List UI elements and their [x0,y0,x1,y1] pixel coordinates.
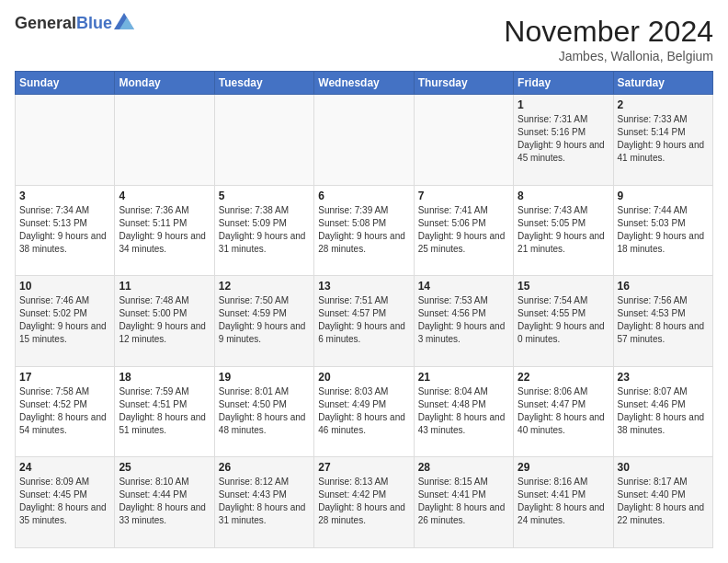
day-number: 20 [318,371,409,384]
calendar-cell: 7Sunrise: 7:41 AM Sunset: 5:06 PM Daylig… [414,185,513,276]
day-info: Sunrise: 7:48 AM Sunset: 5:00 PM Dayligh… [119,294,210,346]
day-info: Sunrise: 8:12 AM Sunset: 4:43 PM Dayligh… [219,476,310,527]
calendar-cell [16,95,115,186]
day-number: 10 [19,280,110,293]
day-info: Sunrise: 8:13 AM Sunset: 4:42 PM Dayligh… [318,476,409,527]
day-info: Sunrise: 8:03 AM Sunset: 4:49 PM Dayligh… [318,385,409,437]
calendar-cell: 6Sunrise: 7:39 AM Sunset: 5:08 PM Daylig… [314,185,414,276]
calendar-week-5: 24Sunrise: 8:09 AM Sunset: 4:45 PM Dayli… [16,457,713,548]
col-tuesday: Tuesday [214,72,313,95]
day-number: 3 [19,190,110,202]
day-number: 9 [618,190,709,202]
calendar-cell [414,95,513,186]
calendar-cell: 10Sunrise: 7:46 AM Sunset: 5:02 PM Dayli… [16,276,115,367]
day-number: 14 [418,280,509,293]
day-number: 16 [618,280,709,293]
day-number: 2 [618,98,709,111]
col-thursday: Thursday [414,72,513,95]
calendar-week-4: 17Sunrise: 7:58 AM Sunset: 4:52 PM Dayli… [16,366,713,457]
day-number: 7 [418,190,509,202]
day-info: Sunrise: 7:46 AM Sunset: 5:02 PM Dayligh… [19,294,110,346]
logo-line1: GeneralBlue [15,15,112,33]
calendar-cell: 13Sunrise: 7:51 AM Sunset: 4:57 PM Dayli… [314,276,414,367]
title-section: November 2024 Jambes, Wallonia, Belgium [504,15,713,63]
day-number: 15 [518,280,609,293]
calendar-cell [115,95,214,186]
calendar-cell: 30Sunrise: 8:17 AM Sunset: 4:40 PM Dayli… [613,457,712,548]
calendar-cell: 23Sunrise: 8:07 AM Sunset: 4:46 PM Dayli… [613,366,712,457]
day-number: 4 [119,190,210,202]
calendar-cell: 14Sunrise: 7:53 AM Sunset: 4:56 PM Dayli… [414,276,513,367]
day-info: Sunrise: 8:04 AM Sunset: 4:48 PM Dayligh… [418,385,509,437]
day-info: Sunrise: 8:06 AM Sunset: 4:47 PM Dayligh… [518,385,609,437]
day-info: Sunrise: 8:16 AM Sunset: 4:41 PM Dayligh… [518,476,609,527]
day-number: 13 [318,280,409,293]
calendar-cell: 2Sunrise: 7:33 AM Sunset: 5:14 PM Daylig… [613,95,712,186]
day-info: Sunrise: 7:56 AM Sunset: 4:53 PM Dayligh… [618,294,709,346]
calendar-cell: 18Sunrise: 7:59 AM Sunset: 4:51 PM Dayli… [115,366,214,457]
day-number: 12 [219,280,310,293]
calendar-table: Sunday Monday Tuesday Wednesday Thursday… [15,71,713,548]
day-info: Sunrise: 8:17 AM Sunset: 4:40 PM Dayligh… [618,476,709,527]
col-monday: Monday [115,72,214,95]
day-number: 19 [219,371,310,384]
calendar-cell: 25Sunrise: 8:10 AM Sunset: 4:44 PM Dayli… [115,457,214,548]
calendar-cell: 22Sunrise: 8:06 AM Sunset: 4:47 PM Dayli… [514,366,613,457]
calendar-cell: 8Sunrise: 7:43 AM Sunset: 5:05 PM Daylig… [514,185,613,276]
day-info: Sunrise: 7:36 AM Sunset: 5:11 PM Dayligh… [119,204,210,256]
day-number: 26 [219,461,310,474]
calendar-header-row: Sunday Monday Tuesday Wednesday Thursday… [16,72,713,95]
col-friday: Friday [514,72,613,95]
calendar-cell: 5Sunrise: 7:38 AM Sunset: 5:09 PM Daylig… [214,185,313,276]
day-number: 29 [518,461,609,474]
day-info: Sunrise: 7:50 AM Sunset: 4:59 PM Dayligh… [219,294,310,346]
day-number: 17 [19,371,110,384]
calendar-cell [214,95,313,186]
calendar-cell: 17Sunrise: 7:58 AM Sunset: 4:52 PM Dayli… [16,366,115,457]
calendar-cell [314,95,414,186]
day-info: Sunrise: 7:44 AM Sunset: 5:03 PM Dayligh… [618,204,709,256]
day-info: Sunrise: 7:38 AM Sunset: 5:09 PM Dayligh… [219,204,310,256]
day-number: 23 [618,371,709,384]
calendar-week-3: 10Sunrise: 7:46 AM Sunset: 5:02 PM Dayli… [16,276,713,367]
logo-icon [114,13,134,33]
calendar-cell: 15Sunrise: 7:54 AM Sunset: 4:55 PM Dayli… [514,276,613,367]
logo: GeneralBlue [15,15,134,33]
day-number: 11 [119,280,210,293]
day-number: 22 [518,371,609,384]
day-info: Sunrise: 7:34 AM Sunset: 5:13 PM Dayligh… [19,204,110,256]
calendar-cell: 11Sunrise: 7:48 AM Sunset: 5:00 PM Dayli… [115,276,214,367]
day-info: Sunrise: 7:31 AM Sunset: 5:16 PM Dayligh… [518,113,609,165]
calendar-week-2: 3Sunrise: 7:34 AM Sunset: 5:13 PM Daylig… [16,185,713,276]
day-info: Sunrise: 8:15 AM Sunset: 4:41 PM Dayligh… [418,476,509,527]
calendar-cell: 4Sunrise: 7:36 AM Sunset: 5:11 PM Daylig… [115,185,214,276]
calendar-cell: 9Sunrise: 7:44 AM Sunset: 5:03 PM Daylig… [613,185,712,276]
calendar-week-1: 1Sunrise: 7:31 AM Sunset: 5:16 PM Daylig… [16,95,713,186]
day-number: 27 [318,461,409,474]
calendar-cell: 27Sunrise: 8:13 AM Sunset: 4:42 PM Dayli… [314,457,414,548]
day-number: 21 [418,371,509,384]
day-number: 28 [418,461,509,474]
page: GeneralBlue November 2024 Jambes, Wallon… [0,0,728,563]
day-info: Sunrise: 7:51 AM Sunset: 4:57 PM Dayligh… [318,294,409,346]
location: Jambes, Wallonia, Belgium [504,49,713,63]
header: GeneralBlue November 2024 Jambes, Wallon… [15,15,713,63]
month-title: November 2024 [504,15,713,49]
calendar-cell: 16Sunrise: 7:56 AM Sunset: 4:53 PM Dayli… [613,276,712,367]
day-info: Sunrise: 7:54 AM Sunset: 4:55 PM Dayligh… [518,294,609,346]
day-number: 8 [518,190,609,202]
calendar-cell: 29Sunrise: 8:16 AM Sunset: 4:41 PM Dayli… [514,457,613,548]
calendar-cell: 12Sunrise: 7:50 AM Sunset: 4:59 PM Dayli… [214,276,313,367]
calendar-cell: 20Sunrise: 8:03 AM Sunset: 4:49 PM Dayli… [314,366,414,457]
day-number: 18 [119,371,210,384]
calendar-cell: 24Sunrise: 8:09 AM Sunset: 4:45 PM Dayli… [16,457,115,548]
day-info: Sunrise: 7:33 AM Sunset: 5:14 PM Dayligh… [618,113,709,165]
calendar-cell: 28Sunrise: 8:15 AM Sunset: 4:41 PM Dayli… [414,457,513,548]
day-number: 25 [119,461,210,474]
day-info: Sunrise: 8:09 AM Sunset: 4:45 PM Dayligh… [19,476,110,527]
day-info: Sunrise: 7:58 AM Sunset: 4:52 PM Dayligh… [19,385,110,437]
calendar-cell: 21Sunrise: 8:04 AM Sunset: 4:48 PM Dayli… [414,366,513,457]
logo-text: GeneralBlue [15,15,134,33]
col-sunday: Sunday [16,72,115,95]
col-saturday: Saturday [613,72,712,95]
